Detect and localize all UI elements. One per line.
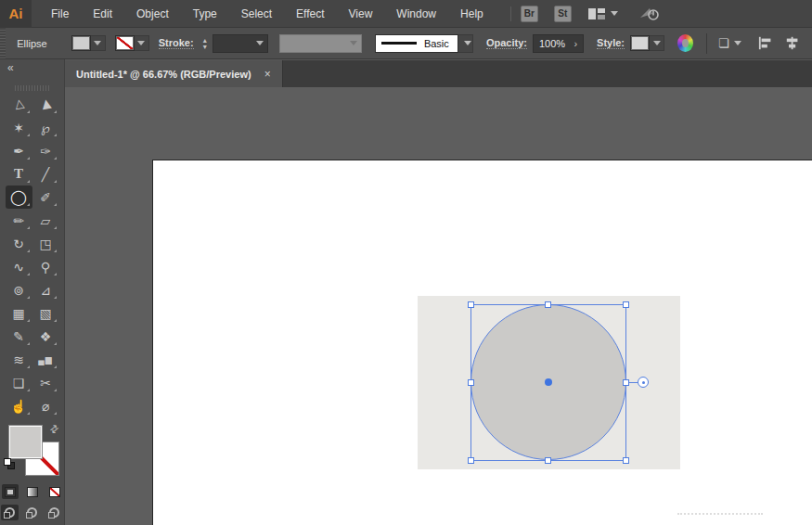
menu-window[interactable]: Window [384, 0, 448, 28]
draw-normal-button[interactable] [1, 505, 19, 520]
scale-tool[interactable]: ◳ [32, 232, 59, 255]
menu-edit[interactable]: Edit [81, 0, 124, 28]
artboard-tool[interactable]: ❏ [6, 371, 32, 394]
stroke-dropdown-button[interactable] [135, 35, 149, 51]
pie-widget-handle[interactable] [638, 377, 649, 388]
menu-file[interactable]: File [39, 0, 81, 28]
eraser-tool[interactable]: ▱ [32, 209, 59, 232]
bridge-button[interactable]: Br [521, 6, 538, 22]
menu-select[interactable]: Select [229, 0, 284, 28]
blend-tool[interactable]: ❖ [32, 325, 59, 348]
mesh-tool-icon: ▦ [12, 306, 24, 321]
opacity-expand-icon[interactable]: › [574, 38, 577, 49]
canvas-pasteboard [65, 87, 812, 525]
fill-dropdown-button[interactable] [91, 35, 106, 51]
menu-view[interactable]: View [337, 0, 385, 28]
selection-handle-n[interactable] [545, 301, 551, 308]
fill-color-well[interactable] [71, 35, 106, 51]
workspace-switcher-button[interactable] [587, 7, 618, 20]
opacity-label[interactable]: Opacity: [486, 37, 527, 49]
eyedropper-tool[interactable]: ✎ [6, 325, 32, 348]
chevron-down-icon [653, 41, 661, 45]
stroke-none-swatch[interactable] [115, 35, 135, 51]
direct-selection-tool[interactable]: ▶ [32, 93, 59, 116]
gradient-button[interactable] [24, 484, 41, 499]
horizontal-align-left-icon[interactable] [758, 36, 772, 50]
mesh-tool[interactable]: ▦ [6, 301, 32, 325]
selection-handle-nw[interactable] [468, 301, 474, 308]
magic-wand-tool[interactable]: ✶ [6, 116, 32, 139]
default-fill-stroke-icon[interactable] [4, 458, 15, 469]
rotate-tool[interactable]: ↻ [6, 232, 32, 255]
shape-builder-tool[interactable]: ⊚ [6, 278, 32, 301]
brush-definition-control[interactable]: Basic [375, 34, 473, 53]
selection-tool[interactable]: ▷ [6, 93, 32, 116]
stroke-weight-combo[interactable] [213, 34, 268, 53]
document-tab[interactable]: Untitled-1* @ 66.67% (RGB/Preview) × [65, 60, 283, 87]
zoom-tool[interactable]: ⌀ [32, 394, 59, 417]
symbol-sprayer-tool[interactable]: ≋ [6, 348, 32, 371]
brush-definition-field[interactable]: Basic [375, 34, 458, 53]
tab-close-icon[interactable]: × [264, 68, 271, 81]
opacity-field[interactable]: 100% › [533, 34, 584, 53]
selection-handle-s[interactable] [545, 457, 551, 464]
gpu-performance-button[interactable] [638, 6, 661, 21]
menu-effect[interactable]: Effect [284, 0, 336, 28]
puppet-warp-tool[interactable]: ⚲ [32, 255, 59, 278]
fill-color-swatch[interactable] [8, 425, 43, 459]
draw-behind-button[interactable] [23, 505, 41, 520]
graphic-style-well[interactable] [630, 35, 664, 51]
menu-help[interactable]: Help [448, 0, 496, 28]
stroke-weight-label[interactable]: Stroke: [159, 37, 194, 49]
stepper-down-icon[interactable]: ▾ [200, 44, 212, 50]
type-tool[interactable]: T [6, 162, 32, 186]
width-tool[interactable]: ∿ [6, 255, 32, 278]
isolate-object-button[interactable]: ❏ [718, 36, 741, 50]
curvature-tool-icon: ✑ [40, 144, 51, 159]
collapse-panel-button[interactable]: « [7, 61, 14, 74]
hand-tool[interactable]: ☝ [6, 394, 32, 417]
type-tool-icon: T [14, 166, 23, 182]
menu-bar: Ai FileEditObjectTypeSelectEffectViewWin… [0, 0, 812, 28]
artboard[interactable] [152, 160, 812, 525]
menu-type[interactable]: Type [181, 0, 229, 28]
column-graph-tool[interactable]: ▄▆ [32, 348, 59, 371]
perspective-grid-tool[interactable]: ⊿ [32, 278, 59, 301]
menu-object[interactable]: Object [124, 0, 181, 28]
ellipse-tool[interactable]: ◯ [6, 186, 32, 209]
style-swatch[interactable] [630, 35, 650, 51]
line-segment-tool[interactable]: ╱ [32, 162, 59, 186]
shaper-tool[interactable]: ✏ [6, 209, 32, 232]
slice-tool[interactable]: ✂ [32, 371, 59, 394]
paintbrush-tool[interactable]: ✐ [32, 186, 59, 209]
swap-fill-stroke-icon[interactable]: ⇄ [47, 422, 61, 437]
none-button[interactable] [46, 484, 63, 499]
context-label: Ellipse [17, 38, 46, 49]
style-dropdown-button[interactable] [650, 35, 664, 51]
horizontal-align-center-icon[interactable] [785, 36, 799, 50]
gradient-tool[interactable]: ▧ [32, 301, 59, 325]
opacity-value[interactable]: 100% [539, 38, 565, 49]
drawing-mode-buttons [0, 505, 64, 520]
tools-panel-grip[interactable] [15, 85, 50, 91]
recolor-artwork-icon[interactable] [677, 34, 693, 52]
selection-handle-ne[interactable] [623, 301, 629, 308]
stock-button[interactable]: St [554, 6, 572, 22]
selection-handle-e[interactable] [623, 379, 629, 386]
stroke-weight-stepper[interactable]: ▴ ▾ [200, 37, 212, 50]
pie-widget-line [629, 382, 638, 383]
selection-handle-se[interactable] [623, 457, 629, 464]
pen-tool[interactable]: ✒ [6, 139, 32, 162]
color-button[interactable] [2, 484, 19, 499]
brush-dropdown-button[interactable] [458, 34, 473, 53]
shape-center-widget[interactable] [545, 378, 552, 386]
fill-swatch[interactable] [71, 35, 91, 51]
stroke-color-well[interactable] [115, 35, 149, 51]
style-label[interactable]: Style: [597, 37, 625, 49]
selection-handle-w[interactable] [468, 379, 474, 386]
control-bar-grip[interactable] [0, 28, 6, 58]
draw-inside-button[interactable] [45, 505, 63, 520]
lasso-tool[interactable]: ℘ [32, 116, 59, 139]
curvature-tool[interactable]: ✑ [32, 139, 59, 162]
selection-handle-sw[interactable] [468, 457, 474, 464]
